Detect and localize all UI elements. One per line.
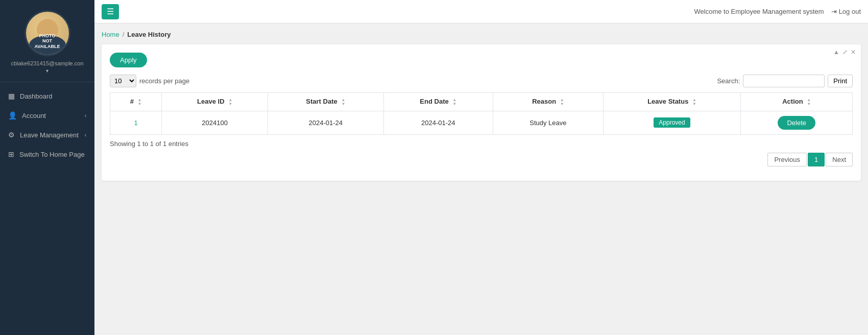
leave-management-icon: ⚙ bbox=[8, 131, 15, 139]
sidebar-item-label: Switch To Home Page bbox=[19, 151, 85, 158]
search-input[interactable] bbox=[743, 75, 825, 87]
col-action[interactable]: Action ▲▼ bbox=[741, 93, 853, 111]
next-button[interactable]: Next bbox=[826, 153, 853, 166]
user-email: cblake6231415@sample.con bbox=[7, 60, 87, 66]
avatar-area: PHOTO NOT AVAILABLE cblake6231415@sample… bbox=[0, 5, 94, 78]
cell-leave-status: Approved bbox=[603, 111, 741, 134]
row-num-link[interactable]: 1 bbox=[134, 119, 137, 127]
welcome-text: Welcome to Employee Management system bbox=[694, 8, 824, 15]
account-icon: 👤 bbox=[8, 111, 17, 119]
records-per-page-label: records per page bbox=[139, 77, 189, 85]
table-row: 1 2024100 2024-01-24 2024-01-24 Study Le… bbox=[110, 111, 853, 134]
sidebar-item-leave-management[interactable]: ⚙ Leave Management ‹ bbox=[0, 125, 94, 145]
apply-button[interactable]: Apply bbox=[110, 53, 147, 67]
card-resize-icon[interactable]: ⤢ bbox=[842, 49, 848, 56]
leave-management-arrow: ‹ bbox=[85, 132, 86, 138]
sidebar-item-label: Dashboard bbox=[20, 92, 53, 100]
records-per-page-select[interactable]: 10 25 50 100 bbox=[110, 75, 136, 87]
col-end-date[interactable]: End Date ▲▼ bbox=[383, 93, 493, 111]
menu-button[interactable]: ☰ bbox=[102, 4, 119, 19]
cell-leave-id: 2024100 bbox=[162, 111, 268, 134]
card-close-icon[interactable]: ✕ bbox=[851, 49, 856, 56]
sidebar-item-label: Leave Management bbox=[20, 131, 79, 139]
search-label: Search: bbox=[717, 77, 740, 85]
main-content: Home / Leave History ▲ ⤢ ✕ Apply 10 25 5… bbox=[94, 23, 868, 335]
cell-reason: Study Leave bbox=[493, 111, 604, 134]
logout-label: Log out bbox=[839, 8, 861, 15]
breadcrumb-separator: / bbox=[123, 31, 125, 38]
sidebar: PHOTO NOT AVAILABLE cblake6231415@sample… bbox=[0, 0, 94, 335]
switch-home-icon: ⊞ bbox=[8, 150, 14, 158]
sidebar-item-switch-home[interactable]: ⊞ Switch To Home Page bbox=[0, 145, 94, 164]
cell-end-date: 2024-01-24 bbox=[383, 111, 493, 134]
sidebar-item-account[interactable]: 👤 Account ‹ bbox=[0, 106, 94, 125]
print-button[interactable]: Print bbox=[828, 75, 853, 87]
col-num[interactable]: # ▲▼ bbox=[110, 93, 162, 111]
showing-entries: Showing 1 to 1 of 1 entries bbox=[110, 140, 853, 148]
page-1-button[interactable]: 1 bbox=[808, 153, 825, 166]
col-leave-status[interactable]: Leave Status ▲▼ bbox=[603, 93, 741, 111]
breadcrumb-home[interactable]: Home bbox=[102, 31, 119, 38]
sidebar-item-dashboard[interactable]: ▦ Dashboard bbox=[0, 86, 94, 106]
col-reason[interactable]: Reason ▲▼ bbox=[493, 93, 604, 111]
avatar: PHOTO NOT AVAILABLE bbox=[25, 10, 70, 56]
horizontal-scrollbar[interactable] bbox=[110, 171, 853, 173]
sidebar-item-label: Account bbox=[22, 112, 46, 119]
leave-history-table: # ▲▼ Leave ID ▲▼ Start Date ▲▼ End Date … bbox=[110, 92, 853, 135]
status-badge: Approved bbox=[654, 117, 690, 128]
cell-num: 1 bbox=[110, 111, 162, 134]
search-area: Search: Print bbox=[717, 75, 853, 87]
card-expand-icon[interactable]: ▲ bbox=[833, 49, 839, 56]
photo-not-available-label: PHOTO NOT AVAILABLE bbox=[30, 33, 65, 50]
pagination: Previous 1 Next bbox=[110, 153, 853, 166]
breadcrumb-current: Leave History bbox=[127, 31, 171, 38]
table-controls: 10 25 50 100 records per page Search: Pr… bbox=[110, 75, 853, 87]
previous-button[interactable]: Previous bbox=[767, 153, 807, 166]
topbar: ☰ Welcome to Employee Management system … bbox=[94, 0, 868, 23]
col-start-date[interactable]: Start Date ▲▼ bbox=[268, 93, 383, 111]
col-leave-id[interactable]: Leave ID ▲▼ bbox=[162, 93, 268, 111]
logout-icon: ⇥ bbox=[831, 8, 837, 15]
delete-button[interactable]: Delete bbox=[778, 116, 815, 130]
card-controls: ▲ ⤢ ✕ bbox=[833, 49, 856, 56]
cell-start-date: 2024-01-24 bbox=[268, 111, 383, 134]
logout-button[interactable]: ⇥ Log out bbox=[831, 8, 861, 15]
dashboard-icon: ▦ bbox=[8, 92, 15, 100]
user-arrow: ▾ bbox=[46, 68, 49, 74]
account-arrow: ‹ bbox=[85, 113, 86, 118]
leave-history-card: ▲ ⤢ ✕ Apply 10 25 50 100 records per pag… bbox=[102, 44, 861, 181]
cell-action: Delete bbox=[741, 111, 853, 134]
breadcrumb: Home / Leave History bbox=[102, 31, 861, 38]
